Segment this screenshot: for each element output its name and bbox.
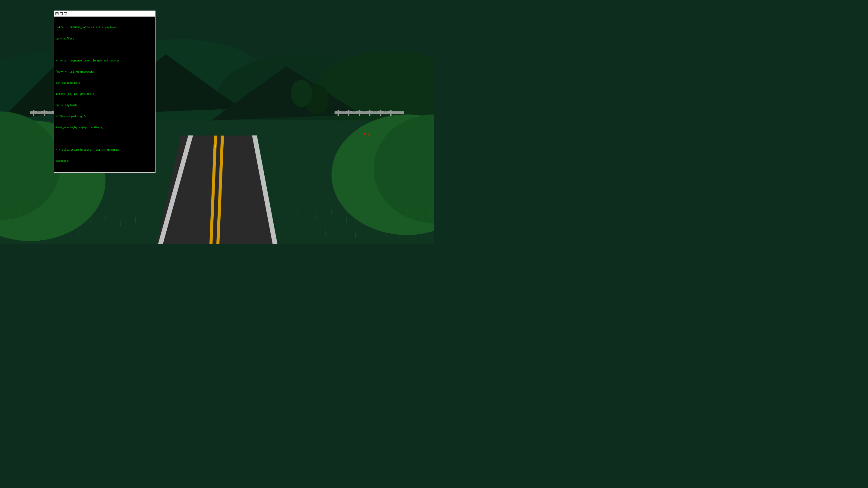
terminal-window: × □ _ buffer = OPENSSL_malloc(1 + 2 + pa… [54,10,156,173]
terminal-line-9: /* Random padding */ [56,115,153,119]
terminal-line-4: /* Enter response type, length and copy … [56,59,153,63]
terminal-body: buffer = OPENSSL_malloc(1 + 2 + payload … [54,17,155,172]
terminal-line-7: memcpy (bp, pl, payload); [56,93,153,96]
terminal-line-13: padding); [56,159,153,163]
terminal-line-6: s2n(payload,bp); [56,82,153,85]
terminal-line-10: RAND_pseudo_bytes(bp, padding); [56,126,153,130]
terminal-titlebar[interactable]: × □ _ [54,11,155,17]
terminal-maximize-btn[interactable]: □ [60,12,63,15]
terminal-line-11 [56,137,153,141]
terminal-line-5: *bp++ = TLS1_HB_RESPONSE; [56,70,153,74]
terminal-line-1: buffer = OPENSSL_malloc(1 + 2 + payload … [56,26,153,30]
terminal-line-2: bp = buffer; [56,37,153,41]
terminal-line-12: r = dtls1_write_bytes(s, TLS1_RT_HEARTBE… [56,148,153,152]
svg-point-83 [364,133,366,135]
svg-point-88 [291,80,312,107]
terminal-close-btn[interactable]: × [56,12,59,15]
terminal-line-3 [56,48,153,52]
svg-point-84 [368,134,370,135]
terminal-line-8: bp += payload; [56,104,153,107]
terminal-minimize-btn[interactable]: _ [64,12,67,15]
